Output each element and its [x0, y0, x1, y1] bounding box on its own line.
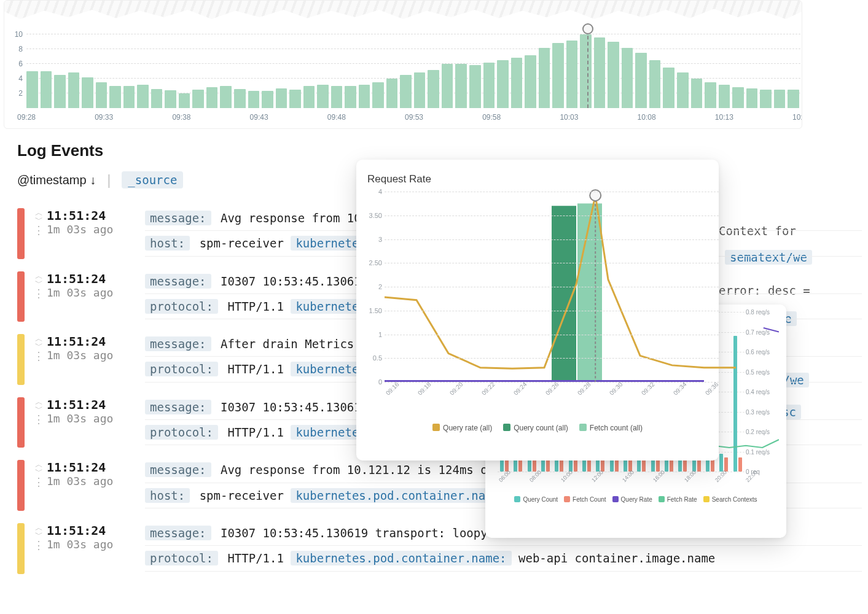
field-value: I0307 10:53:45.130619 transport: loopyW — [221, 526, 495, 540]
log-timestamp: 11:51:241m 03s ago — [47, 208, 145, 236]
expand-down-icon[interactable]: ﹀ — [31, 279, 47, 286]
field-key[interactable]: protocol: — [145, 362, 218, 376]
expand-down-icon[interactable]: ﹀ — [31, 468, 47, 475]
field-key[interactable]: message: — [145, 336, 211, 351]
legend-fetch-count[interactable]: Fetch count (all) — [579, 424, 643, 432]
row-controls: ︿﹀⋮ — [31, 208, 47, 231]
more-actions-icon[interactable]: ⋮ — [31, 418, 47, 421]
severity-yellow-indicator — [17, 334, 25, 385]
severity-red-indicator — [17, 271, 25, 322]
field-value: I0307 10:53:45.13061 — [221, 400, 361, 414]
field-key[interactable]: message: — [145, 526, 211, 540]
marker-knob-icon[interactable] — [582, 23, 593, 34]
histogram-panel: 246810 09:2809:3309:3809:4309:4809:5309:… — [4, 0, 802, 129]
log-timestamp: 11:51:241m 03s ago — [47, 271, 145, 299]
torn-edge-decoration — [4, 1, 802, 19]
field-key[interactable]: message: — [145, 462, 211, 477]
field-value: HTTP/1.1 — [227, 362, 284, 376]
field-value: HTTP/1.1 — [227, 551, 284, 565]
field-value: After drain Metrics — [221, 337, 354, 351]
more-actions-icon[interactable]: ⋮ — [31, 229, 47, 231]
severity-red-indicator — [17, 397, 25, 448]
row-controls: ︿﹀⋮ — [31, 523, 47, 546]
legend-query-rate[interactable]: Query Rate — [612, 496, 652, 503]
source-column-header[interactable]: _source — [122, 171, 183, 188]
sort-descending-icon[interactable]: ↓ — [90, 173, 96, 187]
log-timestamp: 11:51:241m 03s ago — [47, 523, 145, 551]
secondary-chart-legend: Query Count Fetch Count Query Rate Fetch… — [493, 496, 779, 503]
more-actions-icon[interactable]: ⋮ — [31, 481, 47, 483]
log-timestamp: 11:51:241m 03s ago — [47, 397, 145, 425]
more-actions-icon[interactable]: ⋮ — [31, 544, 47, 546]
field-value: web-api container.image.name — [518, 551, 715, 565]
field-key[interactable]: host: — [145, 488, 190, 503]
section-title: Log Events — [17, 141, 862, 160]
row-controls: ︿﹀⋮ — [31, 334, 47, 357]
severity-yellow-indicator — [17, 523, 25, 574]
legend-query-rate[interactable]: Query rate (all) — [432, 424, 492, 432]
legend-query-count[interactable]: Query count (all) — [503, 424, 568, 432]
field-key[interactable]: protocol: — [145, 425, 218, 440]
secondary-chart-x-axis: 06:0008:0010:0012:0014:0016:0018:0020:00… — [498, 476, 745, 494]
request-rate-y-axis: 00.511.5022.5033.504 — [366, 192, 383, 382]
field-value: spm-receiver — [200, 489, 284, 502]
histogram-y-axis: 246810 — [7, 34, 24, 108]
request-rate-legend: Query rate (all) Query count (all) Fetch… — [367, 424, 708, 432]
expand-down-icon[interactable]: ﹀ — [31, 216, 47, 223]
more-actions-icon[interactable]: ⋮ — [31, 355, 47, 357]
histogram-bars — [26, 34, 800, 108]
field-key[interactable]: message: — [145, 400, 211, 414]
row-controls: ︿﹀⋮ — [31, 397, 47, 421]
histogram-time-marker[interactable] — [587, 29, 588, 108]
legend-fetch-count[interactable]: Fetch Count — [564, 496, 606, 503]
legend-search-contexts[interactable]: Search Contexts — [703, 496, 757, 503]
field-link[interactable]: kubernetes.pod.container.name — [291, 488, 504, 503]
more-actions-icon[interactable]: ⋮ — [31, 292, 47, 295]
field-value: spm-receiver — [200, 236, 284, 250]
severity-red-indicator — [17, 460, 25, 511]
timestamp-column-header[interactable]: @timestamp ↓ — [17, 173, 96, 187]
row-controls: ︿﹀⋮ — [31, 271, 47, 295]
histogram-x-axis: 09:2809:3309:3809:4309:4809:5309:5810:03… — [26, 113, 800, 125]
secondary-chart-y-axis: 0 req0.1 req/s0.2 req/s0.3 req/s0.4 req/… — [743, 312, 780, 472]
field-key[interactable]: protocol: — [145, 551, 218, 565]
field-link[interactable]: kubernetes.pod.container.name: — [291, 551, 511, 565]
request-rate-card: Request Rate 00.511.5022.5033.504 09:160… — [356, 160, 719, 460]
expand-down-icon[interactable]: ﹀ — [31, 405, 47, 412]
field-value: HTTP/1.1 — [227, 426, 284, 439]
log-timestamp: 11:51:241m 03s ago — [47, 334, 145, 362]
row-controls: ︿﹀⋮ — [31, 460, 47, 483]
field-value: Avg response from 10 — [221, 211, 361, 225]
legend-query-count[interactable]: Query Count — [514, 496, 558, 503]
request-rate-title: Request Rate — [367, 173, 708, 185]
expand-down-icon[interactable]: ﹀ — [31, 531, 47, 538]
field-value: HTTP/1.1 — [227, 300, 284, 313]
header-divider: | — [107, 171, 111, 188]
field-key[interactable]: message: — [145, 211, 211, 225]
field-key[interactable]: host: — [145, 236, 190, 251]
field-value: Avg response from 10.121.12 is 124ms o — [221, 463, 488, 476]
legend-fetch-rate[interactable]: Fetch Rate — [659, 496, 697, 503]
field-key[interactable]: message: — [145, 274, 211, 289]
request-rate-x-axis: 09:1609:1809:2009:2209:2409:2609:2809:30… — [385, 388, 719, 406]
field-key[interactable]: protocol: — [145, 299, 218, 314]
histogram-chart[interactable]: 246810 09:2809:3309:3809:4309:4809:5309:… — [4, 34, 802, 108]
request-rate-chart[interactable]: 00.511.5022.5033.504 09:1609:1809:2009:2… — [385, 192, 725, 406]
request-rate-grid — [385, 192, 719, 382]
expand-down-icon[interactable]: ﹀ — [31, 342, 47, 349]
log-timestamp: 11:51:241m 03s ago — [47, 460, 145, 488]
field-value: I0307 10:53:45.13061 — [221, 274, 361, 288]
severity-red-indicator — [17, 208, 25, 259]
